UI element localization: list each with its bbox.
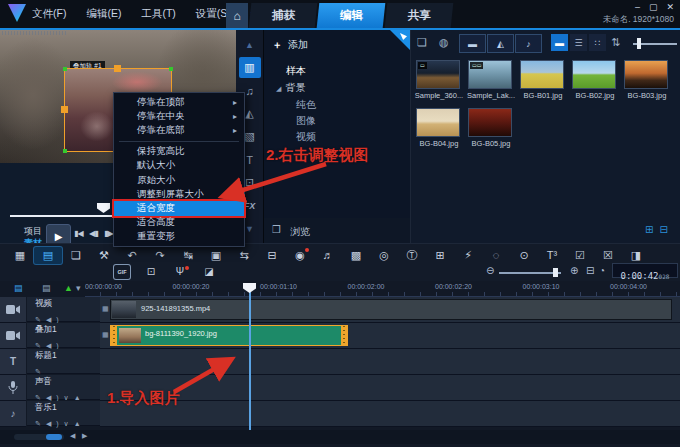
link-icon[interactable]: ✎	[35, 420, 46, 427]
context-menu-item[interactable]	[119, 141, 239, 142]
snapshot-icon[interactable]: ◪	[201, 265, 217, 279]
link-icon[interactable]: ✎	[35, 316, 46, 323]
overlay-image-clip[interactable]: bg-8111390_1920.jpg	[110, 325, 348, 346]
expand-icon[interactable]: ◢	[276, 85, 281, 92]
view-grid-button[interactable]: ∷	[589, 34, 606, 51]
motion-tracking-icon[interactable]: ⚡	[454, 247, 482, 264]
context-menu-item[interactable]: 重置变形	[114, 230, 244, 244]
lasso-icon[interactable]: ◌	[482, 247, 510, 264]
media-thumbnail[interactable]: BG-B05.jpg	[465, 106, 517, 152]
context-menu-item[interactable]: 停靠在顶部 ▸	[114, 95, 244, 109]
scrubber-thumb[interactable]	[97, 203, 110, 213]
voice-track-header[interactable]: 声音 ✎◀)∨▲	[27, 375, 100, 400]
grid-lines-icon[interactable]: ⊞	[426, 247, 454, 264]
add-folder-button[interactable]: ＋添加	[272, 38, 308, 52]
split-screen-icon[interactable]: ◨	[622, 247, 650, 264]
tab-capture[interactable]: 捕获	[249, 3, 318, 28]
tab-edit[interactable]: 编辑	[317, 3, 386, 28]
corner-handle[interactable]	[63, 67, 67, 71]
scroll-right-icon[interactable]: ▶	[82, 432, 87, 440]
title-track-icon[interactable]: T	[0, 349, 26, 375]
trim-handle-right[interactable]	[341, 326, 347, 345]
filter-video-button[interactable]: ▬	[459, 34, 486, 53]
ripple-dropdown-icon[interactable]: ▾	[76, 283, 81, 293]
scroll-left-icon[interactable]: ◀	[70, 432, 75, 440]
multi-trim-icon[interactable]: ◎	[370, 247, 398, 264]
sort-icon[interactable]: ⇅	[611, 36, 620, 49]
redo-icon[interactable]: ↷	[146, 247, 174, 264]
filter-audio-button[interactable]: ♪	[515, 34, 542, 53]
transparency-icon[interactable]: ▦	[102, 331, 109, 339]
overlay-track-lane[interactable]: ▦ bg-8111390_1920.jpg	[100, 323, 680, 349]
step-forward-button[interactable]: ▮▶	[104, 229, 113, 238]
tree-item-video[interactable]: 视频	[296, 130, 316, 144]
gif-creator-icon[interactable]: GIF	[114, 265, 130, 279]
check-edit-icon[interactable]: ☒	[594, 247, 622, 264]
step-back-button[interactable]: ◀▮	[89, 229, 98, 238]
browse-button[interactable]: 浏览	[290, 225, 310, 239]
track-options-icon[interactable]: ▤	[42, 283, 51, 293]
maximize-button[interactable]: ▢	[649, 2, 658, 12]
menu-tools[interactable]: 工具(T)	[141, 7, 175, 21]
fade-in-icon[interactable]: ▲	[74, 394, 86, 401]
music-track-lane[interactable]	[100, 401, 680, 427]
context-menu-item[interactable]: 停靠在底部 ▸	[114, 123, 244, 137]
context-menu-item[interactable]: 适合高度	[114, 216, 244, 230]
voiceover-icon[interactable]: Ψ	[172, 265, 188, 279]
media-thumbnail[interactable]: ▭ Sample_360...	[413, 58, 465, 104]
sound-mixer-icon[interactable]: ♬	[314, 247, 342, 264]
panel-grip[interactable]	[2, 31, 68, 35]
tree-item-sample[interactable]: 样本	[286, 64, 306, 78]
screen-recorder-icon[interactable]: ⊡	[143, 265, 159, 279]
tree-item-image[interactable]: 图像	[296, 114, 316, 128]
music-track-icon[interactable]: ♪	[0, 401, 26, 427]
nav-up-icon[interactable]: ▲	[239, 34, 261, 55]
fade-chevron-icon[interactable]: ∨	[64, 420, 74, 427]
scrollbar-thumb[interactable]	[46, 434, 62, 440]
menu-edit[interactable]: 编辑(E)	[86, 7, 121, 21]
title-options-icon[interactable]: Ⓣ	[398, 247, 426, 264]
close-button[interactable]: ✕	[666, 2, 674, 12]
video-track-header[interactable]: 视频 ✎◀)	[27, 297, 100, 322]
video-track-lane[interactable]: ▦ 925-141891355.mp4	[100, 297, 680, 323]
speaker-icon[interactable]: ◀)	[46, 316, 64, 323]
music-track-header[interactable]: 音乐1 ✎◀)∨▲	[27, 401, 100, 426]
voice-track-icon[interactable]	[0, 375, 26, 401]
fit-project-icon[interactable]: ▣	[202, 247, 230, 264]
media-thumbnail[interactable]: BG-B01.jpg	[517, 58, 569, 104]
duration-clock-icon[interactable]: ◔	[599, 265, 605, 276]
link-icon[interactable]: ✎	[35, 342, 46, 349]
title-3d-icon[interactable]: T³	[538, 247, 566, 264]
tools-icon[interactable]: ⚒	[90, 247, 118, 264]
overlay-track-icon[interactable]	[0, 323, 26, 349]
zoom-out-icon[interactable]: ⊖	[486, 265, 494, 276]
slider-thumb[interactable]	[637, 38, 641, 49]
timeline-timecode[interactable]: 0:00:42028	[612, 263, 678, 278]
video-clip[interactable]: 925-141891355.mp4	[110, 299, 672, 320]
home-tab[interactable]: ⌂	[226, 3, 248, 28]
undo-icon[interactable]: ↶	[118, 247, 146, 264]
overlay-track-header[interactable]: 叠加1 ✎◀)	[27, 323, 100, 348]
zoom-slider-thumb[interactable]	[553, 268, 558, 277]
fit-timeline-icon[interactable]: ⊟	[586, 265, 594, 276]
fade-in-icon[interactable]: ▲	[74, 420, 86, 427]
title-track-header[interactable]: 标题1 ✎	[27, 349, 100, 374]
storyboard-view-icon[interactable]: ▦	[6, 247, 34, 264]
trim-handle-left[interactable]	[111, 326, 117, 345]
timeline-zoom-slider[interactable]	[499, 272, 561, 274]
video-track-icon[interactable]	[0, 297, 26, 323]
minimize-button[interactable]: –	[635, 2, 640, 12]
context-menu-item[interactable]: 停靠在中央 ▸	[114, 109, 244, 123]
transparency-icon[interactable]: ▦	[102, 305, 109, 313]
view-thumbnails-button[interactable]: ▬	[551, 34, 568, 51]
timeline-ruler[interactable]: 00:00:00:0000:00:00:2000:00:01:1000:00:0…	[85, 283, 680, 297]
split-clip-icon[interactable]: ⇆	[230, 247, 258, 264]
zoom-in-icon[interactable]: ⊕	[570, 265, 578, 276]
copy-icon[interactable]: ❏	[62, 247, 90, 264]
media-thumbnail[interactable]: BG-B03.jpg	[621, 58, 673, 104]
fade-chevron-icon[interactable]: ∨	[64, 394, 74, 401]
link-icon[interactable]: ✎	[35, 368, 46, 375]
media-thumbnail[interactable]: BG-B02.jpg	[569, 58, 621, 104]
subtitle-editor-icon[interactable]: ▩	[342, 247, 370, 264]
edge-handle[interactable]	[114, 65, 121, 72]
